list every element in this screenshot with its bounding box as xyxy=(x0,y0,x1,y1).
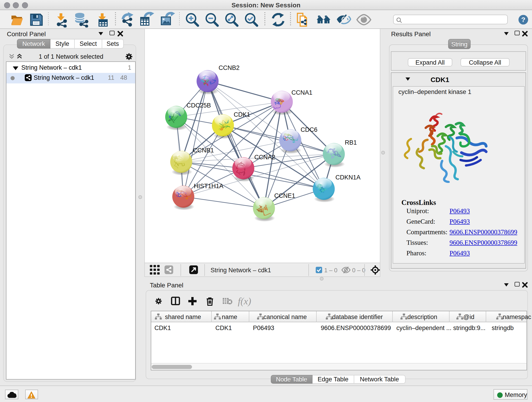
svg-text:HIST1H1A: HIST1H1A xyxy=(194,182,223,189)
svg-text:?: ? xyxy=(521,16,525,23)
svg-text:RB1: RB1 xyxy=(345,139,357,146)
svg-text:CDK1: CDK1 xyxy=(234,111,250,118)
svg-text:CCNB1: CCNB1 xyxy=(193,147,214,153)
svg-text:CDC6: CDC6 xyxy=(300,126,317,133)
svg-text:CCNA1: CCNA1 xyxy=(291,89,312,96)
svg-text:CCNA2: CCNA2 xyxy=(254,153,275,160)
svg-text:CDC25B: CDC25B xyxy=(186,102,211,109)
svg-text:CCNB2: CCNB2 xyxy=(218,64,239,71)
svg-text:CCNE1: CCNE1 xyxy=(274,192,295,199)
svg-text:CDKN1A: CDKN1A xyxy=(335,174,360,181)
